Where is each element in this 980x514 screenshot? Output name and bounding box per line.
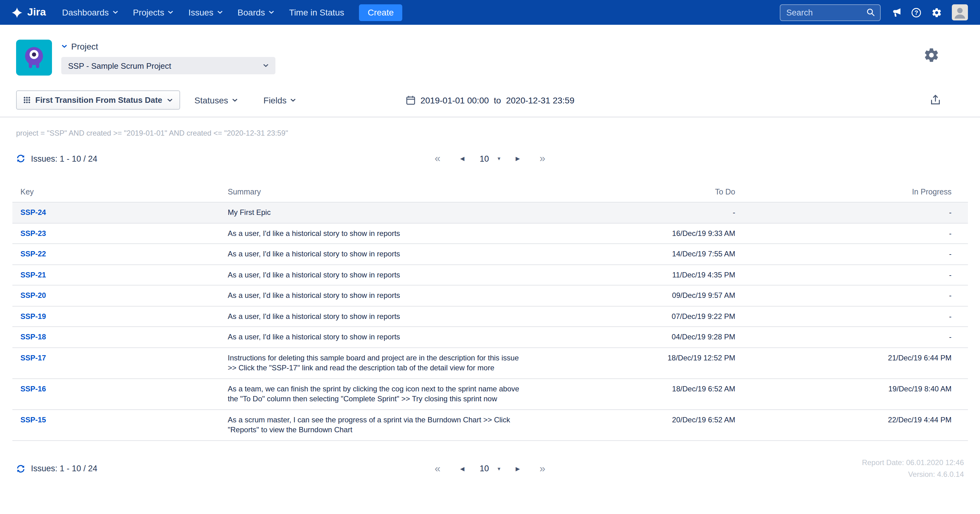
admin-settings-button[interactable] [931,7,942,18]
nav-boards-label: Boards [238,8,265,18]
previous-page-button[interactable]: ◀ [450,465,475,472]
table-header: Key Summary To Do In Progress [13,184,967,203]
page-size-select[interactable]: 10 ▾ [480,464,500,473]
help-button[interactable]: ? [911,7,921,18]
nav-time-in-status[interactable]: Time in Status [282,0,352,25]
user-avatar-image [951,4,967,21]
issue-key-link[interactable]: SSP-16 [21,384,46,393]
issue-summary: As a user, I'd like a historical story t… [228,249,528,259]
refresh-icon [16,463,25,473]
next-page-button[interactable]: ▶ [505,155,530,162]
issue-summary: As a team, we can finish the sprint by c… [228,384,528,404]
issue-in-progress-value: - [735,332,951,342]
page-size-value: 10 [480,464,489,473]
statuses-dropdown[interactable]: Statuses [194,95,237,105]
create-button[interactable]: Create [359,4,402,21]
issue-key-link[interactable]: SSP-17 [21,353,46,362]
date-to-input[interactable]: 2020-12-31 23:59 [506,95,574,105]
export-button[interactable] [930,95,940,105]
results-toolbar-bottom: Issues: 1 - 10 / 24 « ◀ 10 ▾ ▶ » Report … [16,457,964,480]
nav-issues[interactable]: Issues [181,0,230,25]
issue-to-do-value: 04/Dec/19 9:28 PM [528,332,735,342]
table-row: SSP-17 Instructions for deleting this sa… [13,348,967,379]
fields-label: Fields [263,95,286,105]
first-page-button[interactable]: « [425,462,450,475]
jira-home-link[interactable]: Jira [11,6,46,19]
project-row: Project SSP - Sample Scrum Project [0,25,980,75]
issue-key-link[interactable]: SSP-15 [21,415,46,424]
issue-to-do-value: 14/Dec/19 7:55 AM [528,249,735,259]
issue-summary: As a user, I'd like a historical story t… [228,291,528,301]
page-size-select[interactable]: 10 ▾ [480,154,500,163]
filter-bar: First Transition From Status Date Status… [0,90,980,110]
issue-summary: My First Epic [228,208,528,218]
nav-boards[interactable]: Boards [230,0,282,25]
issue-in-progress-value: 21/Dec/19 6:44 PM [735,353,951,363]
nav-projects[interactable]: Projects [126,0,181,25]
search-input[interactable] [786,8,862,17]
refresh-button[interactable] [16,153,25,163]
table-row: SSP-20 As a user, I'd like a historical … [13,286,967,306]
issue-to-do-value: 18/Dec/19 12:52 PM [528,353,735,363]
nav-dashboards[interactable]: Dashboards [55,0,126,25]
caret-down-icon: ▾ [498,465,500,472]
chevron-down-icon [167,98,173,102]
project-section-toggle[interactable]: Project [61,42,275,51]
refresh-button[interactable] [16,463,25,473]
column-header-inprogress: In Progress [735,188,951,196]
issue-key-link[interactable]: SSP-21 [21,270,46,279]
last-page-button[interactable]: » [530,462,555,475]
fields-dropdown[interactable]: Fields [263,95,296,105]
user-avatar[interactable] [951,4,967,21]
report-version: Version: 4.6.0.14 [862,468,964,480]
search-icon[interactable] [866,8,875,17]
issue-key-link[interactable]: SSP-20 [21,291,46,300]
jira-logo-icon [11,6,23,18]
issue-key-link[interactable]: SSP-22 [21,249,46,258]
calendar-icon[interactable] [406,95,415,105]
table-row: SSP-22 As a user, I'd like a historical … [13,244,967,265]
grid-icon [24,97,30,104]
first-page-button[interactable]: « [425,152,450,165]
chevron-down-icon [217,11,223,14]
statuses-label: Statuses [194,95,228,105]
nav-right-cluster: ? [780,4,967,21]
report-date: Report Date: 06.01.2020 12:46 [862,457,964,468]
issue-key-link[interactable]: SSP-23 [21,229,46,238]
project-label: Project [71,42,98,51]
issue-key-link[interactable]: SSP-18 [21,332,46,341]
page-size-value: 10 [480,154,489,163]
table-row: SSP-23 As a user, I'd like a historical … [13,223,967,244]
table-row: SSP-19 As a user, I'd like a historical … [13,306,967,327]
last-page-button[interactable]: » [530,152,555,165]
top-navigation: Jira Dashboards Projects Issues Boards T… [0,0,980,25]
issue-in-progress-value: 22/Dec/19 4:44 PM [735,415,951,425]
nav-projects-label: Projects [133,8,164,18]
gear-icon [931,7,942,18]
next-page-button[interactable]: ▶ [505,465,530,472]
report-type-button[interactable]: First Transition From Status Date [16,90,180,110]
issue-to-do-value: 11/Dec/19 4:35 PM [528,270,735,280]
date-range-picker: 2019-01-01 00:00 to 2020-12-31 23:59 [406,95,574,105]
issue-in-progress-value: - [735,228,951,238]
results-summary-bottom: Issues: 1 - 10 / 24 [16,463,97,473]
previous-page-button[interactable]: ◀ [450,155,475,162]
issue-summary: As a user, I'd like a historical story t… [228,270,528,280]
issue-in-progress-value: 19/Dec/19 8:40 AM [735,384,951,394]
report-settings-button[interactable] [923,47,939,63]
column-header-summary: Summary [228,188,528,196]
report-info: Report Date: 06.01.2020 12:46 Version: 4… [862,457,964,480]
issue-in-progress-value: - [735,311,951,321]
issue-to-do-value: - [528,208,735,218]
issue-to-do-value: 20/Dec/19 6:52 AM [528,415,735,425]
jql-query-text: project = "SSP" AND created >= "2019-01-… [16,129,964,137]
nav-time-in-status-label: Time in Status [289,8,344,18]
announcement-button[interactable] [890,8,901,18]
project-select[interactable]: SSP - Sample Scrum Project [61,57,275,74]
issue-key-link[interactable]: SSP-19 [21,312,46,321]
issue-key-link[interactable]: SSP-24 [21,208,46,217]
date-from-input[interactable]: 2019-01-01 00:00 [420,95,489,105]
issue-summary: As a scrum master, I can see the progres… [228,415,528,435]
svg-text:?: ? [914,9,918,16]
app-root: Jira Dashboards Projects Issues Boards T… [0,0,980,514]
